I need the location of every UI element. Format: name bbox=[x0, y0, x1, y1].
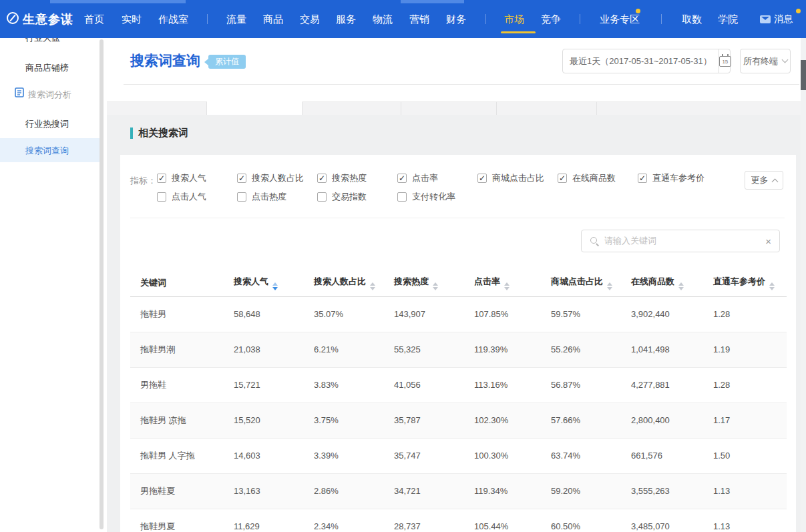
checkbox-checked-icon bbox=[237, 174, 246, 183]
section-title: 相关搜索词 bbox=[138, 127, 188, 140]
active-tab-underline bbox=[501, 31, 536, 33]
col-header-online-products[interactable]: 在线商品数 bbox=[631, 270, 713, 296]
sort-icon[interactable] bbox=[769, 282, 775, 290]
nav-item-finance[interactable]: 财务 bbox=[446, 13, 466, 26]
brand-compass-icon[interactable] bbox=[7, 12, 19, 24]
col-header-ztc-price[interactable]: 直通车参考价 bbox=[713, 270, 787, 296]
nav-item-competition[interactable]: 竞争 bbox=[541, 13, 561, 26]
col-header-search-heat[interactable]: 搜索热度 bbox=[394, 270, 474, 296]
nav-top-strip bbox=[401, 0, 464, 3]
nav-item-logistics[interactable]: 物流 bbox=[373, 13, 393, 26]
clear-icon[interactable] bbox=[765, 236, 771, 246]
tab-5[interactable] bbox=[497, 101, 597, 115]
value-cell: 1.28 bbox=[713, 296, 787, 332]
col-header-ctr[interactable]: 点击率 bbox=[474, 270, 551, 296]
metric-checkbox-search-heat[interactable]: 搜索热度 bbox=[317, 172, 367, 184]
table-row: 拖鞋男潮 21,038 6.21% 55,325 119.39% 55.26% … bbox=[130, 332, 787, 367]
metric-checkbox-click-popularity[interactable]: 点击人气 bbox=[157, 191, 206, 203]
tab-2-active[interactable] bbox=[207, 101, 303, 115]
sort-icon[interactable] bbox=[678, 282, 684, 290]
messages-button[interactable]: 消息 bbox=[760, 13, 793, 25]
nav-divider bbox=[580, 14, 580, 24]
nav-item-realtime[interactable]: 实时 bbox=[122, 13, 142, 26]
page-scrollbar-thumb[interactable] bbox=[801, 60, 806, 90]
value-cell: 1.19 bbox=[713, 332, 787, 367]
tab-6[interactable] bbox=[597, 101, 806, 115]
more-button[interactable]: 更多 bbox=[745, 171, 783, 190]
sort-icon[interactable] bbox=[370, 282, 375, 290]
top-nav: 生意参谋 首页 实时 作战室 流量 商品 交易 服务 物流 营销 财务 市场 竞… bbox=[0, 0, 806, 38]
nav-item-trade[interactable]: 交易 bbox=[300, 13, 320, 26]
col-header-searcher-share[interactable]: 搜索人数占比 bbox=[314, 270, 394, 296]
nav-item-home[interactable]: 首页 bbox=[84, 13, 104, 26]
value-cell: 119.34% bbox=[474, 473, 551, 509]
value-cell: 105.44% bbox=[474, 509, 551, 532]
tab-4[interactable] bbox=[401, 101, 497, 115]
nav-item-academy[interactable]: 学院 bbox=[718, 13, 738, 26]
nav-item-business-zone[interactable]: 业务专区 bbox=[600, 13, 640, 26]
col-header-search-popularity[interactable]: 搜索人气 bbox=[234, 270, 314, 296]
sort-icon[interactable] bbox=[433, 282, 438, 290]
metric-checkbox-searcher-share[interactable]: 搜索人数占比 bbox=[237, 172, 304, 184]
value-cell: 113.16% bbox=[474, 367, 551, 403]
keyword-link[interactable]: 男拖鞋 bbox=[130, 367, 234, 403]
section-accent-bar bbox=[130, 127, 133, 139]
content-card: 指标： 搜索人气 搜索人数占比 搜索热度 点击率 商城点击占比 在线商品数 直通… bbox=[120, 155, 796, 532]
value-cell: 59.57% bbox=[551, 296, 631, 332]
value-cell: 59.20% bbox=[551, 473, 631, 509]
nav-item-traffic[interactable]: 流量 bbox=[226, 13, 246, 26]
sidebar-item-search-term-analysis[interactable]: 搜索词分析 bbox=[28, 89, 71, 101]
metric-checkbox-mall-click-share[interactable]: 商城点击占比 bbox=[477, 172, 544, 184]
sidebar-item-search-term-query[interactable]: 搜索词查询 bbox=[25, 145, 69, 157]
metric-checkbox-search-popularity[interactable]: 搜索人气 bbox=[157, 172, 206, 184]
metric-checkbox-ztc-price[interactable]: 直通车参考价 bbox=[638, 172, 704, 184]
search-icon bbox=[590, 236, 599, 246]
value-cell: 11,629 bbox=[234, 509, 314, 532]
tab-3[interactable] bbox=[303, 101, 401, 115]
calendar-button[interactable]: 15 bbox=[719, 49, 731, 73]
sort-icon[interactable] bbox=[607, 282, 612, 290]
metric-checkbox-trade-index[interactable]: 交易指数 bbox=[317, 191, 367, 203]
sort-icon[interactable] bbox=[272, 282, 278, 290]
keyword-search-input[interactable]: 请输入关键词 bbox=[581, 230, 780, 252]
value-cell: 3,555,263 bbox=[631, 473, 713, 509]
nav-item-service[interactable]: 服务 bbox=[336, 13, 356, 26]
sidebar-item-product-shop-rank[interactable]: 商品店铺榜 bbox=[25, 62, 69, 74]
nav-item-products[interactable]: 商品 bbox=[263, 13, 283, 26]
date-range-picker[interactable]: 最近1天（2017-05-31~2017-05-31） 15 bbox=[562, 49, 731, 73]
metric-checkbox-ctr[interactable]: 点击率 bbox=[397, 172, 438, 184]
sidebar-scrollbar-thumb[interactable] bbox=[99, 39, 104, 529]
keyword-link[interactable]: 拖鞋男潮 bbox=[130, 332, 234, 367]
keyword-link[interactable]: 男拖鞋夏 bbox=[130, 473, 234, 509]
metric-checkbox-click-heat[interactable]: 点击热度 bbox=[237, 191, 286, 203]
sort-icon[interactable] bbox=[504, 282, 510, 290]
nav-top-strip bbox=[50, 0, 186, 3]
value-cell: 3.75% bbox=[314, 403, 394, 438]
sidebar-item-industry-hot-words[interactable]: 行业热搜词 bbox=[25, 118, 69, 130]
nav-item-war-room[interactable]: 作战室 bbox=[158, 13, 188, 26]
brand-name[interactable]: 生意参谋 bbox=[23, 11, 73, 27]
table-row: 男拖鞋 15,721 3.83% 41,056 113.16% 56.87% 4… bbox=[130, 367, 787, 403]
checkbox-unchecked-icon bbox=[317, 192, 327, 202]
terminal-dropdown[interactable]: 所有终端 bbox=[740, 49, 791, 73]
keyword-link[interactable]: 拖鞋男 凉拖 bbox=[130, 403, 234, 438]
nav-divider bbox=[485, 14, 486, 24]
nav-item-market[interactable]: 市场 bbox=[504, 13, 524, 26]
value-cell: 3.39% bbox=[314, 438, 394, 473]
metric-checkbox-online-products[interactable]: 在线商品数 bbox=[558, 172, 616, 184]
metric-checkbox-pay-conversion[interactable]: 支付转化率 bbox=[397, 191, 455, 203]
page-title: 搜索词查询 bbox=[130, 51, 200, 70]
value-cell: 119.39% bbox=[474, 332, 551, 367]
table-row: 拖鞋男夏 11,629 2.34% 28,737 105.44% 60.50% … bbox=[130, 509, 787, 532]
tab-1[interactable] bbox=[107, 101, 207, 115]
keyword-link[interactable]: 拖鞋男 人字拖 bbox=[130, 438, 234, 473]
notification-dot bbox=[636, 9, 640, 13]
col-header-mall-click-share[interactable]: 商城点击占比 bbox=[551, 270, 631, 296]
keyword-link[interactable]: 拖鞋男夏 bbox=[130, 509, 234, 532]
messages-label: 消息 bbox=[774, 13, 793, 25]
nav-item-data-fetch[interactable]: 取数 bbox=[682, 13, 702, 26]
nav-item-marketing[interactable]: 营销 bbox=[409, 13, 429, 26]
value-cell: 57.66% bbox=[551, 403, 631, 438]
checkbox-unchecked-icon bbox=[157, 192, 166, 202]
cumulative-value-badge: 累计值 bbox=[208, 55, 246, 69]
